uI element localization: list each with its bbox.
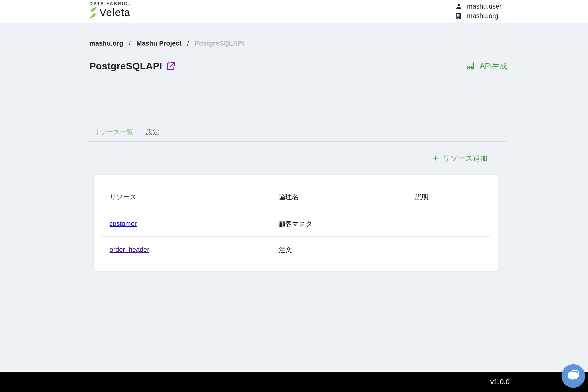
add-resource-button[interactable]: + リソース追加 <box>433 153 487 164</box>
user-row: mashu.user <box>455 3 502 10</box>
logical-name-cell: 顧客マスタ <box>279 220 415 228</box>
table-row: customer 顧客マスタ <box>102 211 490 237</box>
username-label: mashu.user <box>467 3 502 10</box>
version-label: v1.0.0 <box>490 372 510 392</box>
breadcrumb-separator: / <box>187 40 189 47</box>
user-info: mashu.user mashu.org <box>455 3 502 20</box>
title-row: PostgreSQLAPI API生成 <box>90 61 507 72</box>
generate-api-label: API生成 <box>480 61 507 71</box>
plus-icon: + <box>433 153 438 163</box>
tab-divider <box>86 141 506 142</box>
logical-name-cell: 注文 <box>279 246 415 254</box>
page-title: PostgreSQLAPI <box>90 61 162 72</box>
breadcrumb-item-current: PostgreSQLAPI <box>195 40 244 47</box>
building-icon <box>455 12 462 20</box>
org-row: mashu.org <box>455 12 502 20</box>
external-link-icon[interactable] <box>166 61 176 71</box>
breadcrumb-separator: / <box>129 40 131 47</box>
column-header-description: 説明 <box>415 192 490 202</box>
logo[interactable]: DATA FABRIC Veleta <box>90 1 130 18</box>
tab-settings[interactable]: 設定 <box>146 128 159 136</box>
resource-table-card: リソース 論理名 説明 customer 顧客マスタ order_header … <box>94 175 498 271</box>
breadcrumb-item-org[interactable]: mashu.org <box>90 40 123 47</box>
table-header-row: リソース 論理名 説明 <box>102 175 490 211</box>
breadcrumb-item-project[interactable]: Mashu Project <box>136 40 182 47</box>
tab-resource-list[interactable]: リソース一覧 <box>93 128 133 136</box>
resource-link-order-header[interactable]: order_header <box>110 246 149 253</box>
logo-leaf-icon <box>90 7 97 18</box>
footer: v1.0.0 <box>0 372 588 392</box>
table-row: order_header 注文 <box>102 237 490 263</box>
tab-bar: リソース一覧 設定 <box>93 128 159 136</box>
resource-link-customer[interactable]: customer <box>110 220 137 227</box>
org-label: mashu.org <box>467 12 498 20</box>
generate-api-button[interactable]: API生成 <box>466 61 507 71</box>
add-resource-label: リソース追加 <box>443 153 487 164</box>
logo-name: Veleta <box>100 6 130 18</box>
factory-icon <box>466 61 476 71</box>
chat-icon <box>566 369 580 383</box>
column-header-logical-name: 論理名 <box>279 192 415 202</box>
person-icon <box>455 3 462 10</box>
logo-tagline: DATA FABRIC <box>90 1 130 6</box>
chat-widget-button[interactable] <box>562 364 585 388</box>
breadcrumb: mashu.org / Mashu Project / PostgreSQLAP… <box>90 40 244 47</box>
column-header-resource: リソース <box>110 192 279 202</box>
top-header: DATA FABRIC Veleta m <box>0 0 588 23</box>
app-screen: DATA FABRIC Veleta m <box>0 0 588 392</box>
